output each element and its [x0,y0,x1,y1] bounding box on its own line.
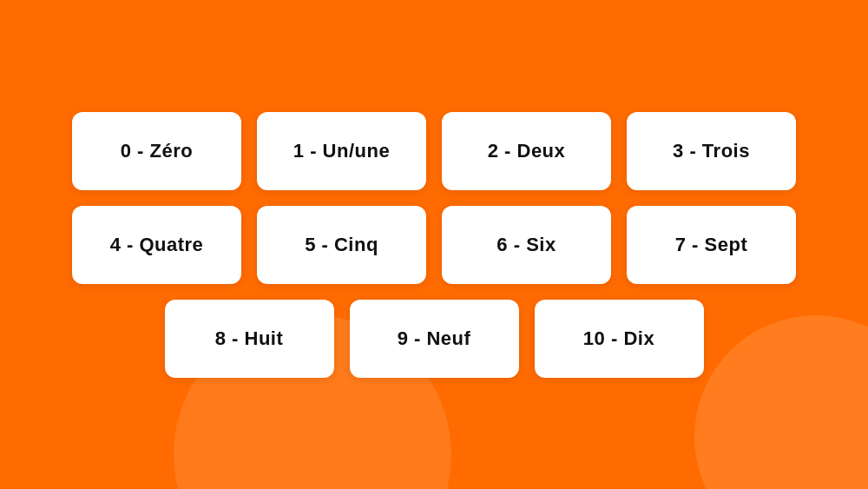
card-deux[interactable]: 2 - Deux [442,112,611,190]
card-label-neuf: 9 - Neuf [398,327,471,350]
card-dix[interactable]: 10 - Dix [535,300,704,378]
card-neuf[interactable]: 9 - Neuf [350,300,519,378]
card-un[interactable]: 1 - Un/une [257,112,426,190]
card-label-trois: 3 - Trois [673,140,750,162]
card-label-sept: 7 - Sept [675,234,747,256]
card-label-huit: 8 - Huit [215,327,284,350]
card-label-six: 6 - Six [496,234,556,256]
card-label-quatre: 4 - Quatre [110,234,204,256]
card-quatre[interactable]: 4 - Quatre [72,206,241,284]
card-label-dix: 10 - Dix [583,327,654,350]
card-row-2: 8 - Huit9 - Neuf10 - Dix [165,300,704,378]
card-row-0: 0 - Zéro1 - Un/une2 - Deux3 - Trois [72,112,796,190]
number-grid: 0 - Zéro1 - Un/une2 - Deux3 - Trois4 - Q… [72,112,796,378]
card-cinq[interactable]: 5 - Cinq [257,206,426,284]
card-label-cinq: 5 - Cinq [305,234,378,256]
card-trois[interactable]: 3 - Trois [627,112,796,190]
card-sept[interactable]: 7 - Sept [627,206,796,284]
card-six[interactable]: 6 - Six [442,206,611,284]
card-label-deux: 2 - Deux [488,140,566,162]
card-huit[interactable]: 8 - Huit [165,300,334,378]
card-zero[interactable]: 0 - Zéro [72,112,241,190]
card-label-zero: 0 - Zéro [121,140,193,162]
card-label-un: 1 - Un/une [293,140,390,162]
card-row-1: 4 - Quatre5 - Cinq6 - Six7 - Sept [72,206,796,284]
